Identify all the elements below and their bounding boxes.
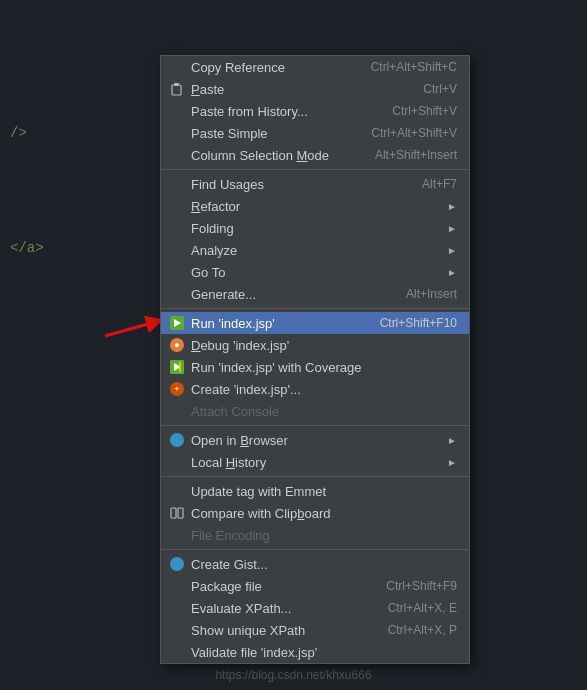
menu-item-show-xpath[interactable]: Show unique XPath Ctrl+Alt+X, P bbox=[161, 619, 469, 641]
run-icon bbox=[169, 315, 185, 331]
svg-rect-2 bbox=[172, 85, 181, 95]
menu-label-paste-simple: Paste Simple bbox=[191, 126, 351, 141]
menu-label-debug: Debug 'index.jsp' bbox=[191, 338, 457, 353]
svg-rect-7 bbox=[171, 508, 176, 518]
refactor-submenu-arrow: ► bbox=[447, 201, 457, 212]
menu-shortcut-show-xpath: Ctrl+Alt+X, P bbox=[388, 623, 457, 637]
menu-item-folding[interactable]: Folding ► bbox=[161, 217, 469, 239]
compare-icon bbox=[169, 505, 185, 521]
code-line-1: /> bbox=[10, 125, 27, 141]
menu-item-find-usages[interactable]: Find Usages Alt+F7 bbox=[161, 173, 469, 195]
debug-icon: ● bbox=[169, 337, 185, 353]
analyze-submenu-arrow: ► bbox=[447, 245, 457, 256]
menu-shortcut-find-usages: Alt+F7 bbox=[422, 177, 457, 191]
menu-label-file-encoding: File Encoding bbox=[191, 528, 457, 543]
svg-rect-6 bbox=[179, 362, 181, 372]
menu-label-column-selection: Column Selection Mode bbox=[191, 148, 355, 163]
menu-label-analyze: Analyze bbox=[191, 243, 443, 258]
menu-label-compare-clipboard: Compare with Clipboard bbox=[191, 506, 457, 521]
svg-rect-3 bbox=[174, 83, 179, 86]
menu-shortcut-column-selection: Alt+Shift+Insert bbox=[375, 148, 457, 162]
menu-item-file-encoding[interactable]: File Encoding bbox=[161, 524, 469, 546]
menu-item-create-gist[interactable]: Create Gist... bbox=[161, 553, 469, 575]
menu-item-attach-console[interactable]: Attach Console bbox=[161, 400, 469, 422]
menu-label-generate: Generate... bbox=[191, 287, 386, 302]
menu-shortcut-paste-simple: Ctrl+Alt+Shift+V bbox=[371, 126, 457, 140]
separator-3 bbox=[161, 425, 469, 426]
menu-label-evaluate-xpath: Evaluate XPath... bbox=[191, 601, 368, 616]
goto-submenu-arrow: ► bbox=[447, 267, 457, 278]
menu-item-refactor[interactable]: Refactor ► bbox=[161, 195, 469, 217]
menu-item-package-file[interactable]: Package file Ctrl+Shift+F9 bbox=[161, 575, 469, 597]
menu-item-paste-simple[interactable]: Paste Simple Ctrl+Alt+Shift+V bbox=[161, 122, 469, 144]
menu-shortcut-paste: Ctrl+V bbox=[423, 82, 457, 96]
menu-shortcut-evaluate-xpath: Ctrl+Alt+X, E bbox=[388, 601, 457, 615]
menu-item-run-coverage[interactable]: Run 'index.jsp' with Coverage bbox=[161, 356, 469, 378]
menu-label-run-coverage: Run 'index.jsp' with Coverage bbox=[191, 360, 457, 375]
menu-label-validate-file: Validate file 'index.jsp' bbox=[191, 645, 457, 660]
menu-shortcut-copy-reference: Ctrl+Alt+Shift+C bbox=[371, 60, 457, 74]
watermark: https://blog.csdn.net/khxu666 bbox=[215, 668, 371, 682]
separator-5 bbox=[161, 549, 469, 550]
menu-label-open-browser: Open in Browser bbox=[191, 433, 443, 448]
svg-line-1 bbox=[105, 322, 155, 336]
menu-item-analyze[interactable]: Analyze ► bbox=[161, 239, 469, 261]
folding-submenu-arrow: ► bbox=[447, 223, 457, 234]
menu-label-update-tag: Update tag with Emmet bbox=[191, 484, 457, 499]
browser-submenu-arrow: ► bbox=[447, 435, 457, 446]
menu-label-attach-console: Attach Console bbox=[191, 404, 457, 419]
menu-label-copy-reference: Copy Reference bbox=[191, 60, 351, 75]
menu-label-show-xpath: Show unique XPath bbox=[191, 623, 368, 638]
gist-icon bbox=[169, 556, 185, 572]
menu-item-debug[interactable]: ● Debug 'index.jsp' bbox=[161, 334, 469, 356]
create-config-icon: + bbox=[169, 381, 185, 397]
separator-4 bbox=[161, 476, 469, 477]
menu-item-update-tag[interactable]: Update tag with Emmet bbox=[161, 480, 469, 502]
context-menu: Copy Reference Ctrl+Alt+Shift+C Paste Ct… bbox=[160, 55, 470, 664]
menu-item-validate-file[interactable]: Validate file 'index.jsp' bbox=[161, 641, 469, 663]
menu-label-local-history: Local History bbox=[191, 455, 443, 470]
menu-shortcut-generate: Alt+Insert bbox=[406, 287, 457, 301]
menu-item-paste-history[interactable]: Paste from History... Ctrl+Shift+V bbox=[161, 100, 469, 122]
menu-label-go-to: Go To bbox=[191, 265, 443, 280]
menu-label-package-file: Package file bbox=[191, 579, 366, 594]
menu-label-create-config: Create 'index.jsp'... bbox=[191, 382, 457, 397]
separator-1 bbox=[161, 169, 469, 170]
menu-item-evaluate-xpath[interactable]: Evaluate XPath... Ctrl+Alt+X, E bbox=[161, 597, 469, 619]
separator-2 bbox=[161, 308, 469, 309]
menu-label-paste-history: Paste from History... bbox=[191, 104, 372, 119]
menu-label-folding: Folding bbox=[191, 221, 443, 236]
history-submenu-arrow: ► bbox=[447, 457, 457, 468]
code-line-2: </a> bbox=[10, 240, 44, 256]
menu-item-run[interactable]: Run 'index.jsp' Ctrl+Shift+F10 bbox=[161, 312, 469, 334]
menu-item-compare-clipboard[interactable]: Compare with Clipboard bbox=[161, 502, 469, 524]
menu-item-create-config[interactable]: + Create 'index.jsp'... bbox=[161, 378, 469, 400]
menu-item-copy-reference[interactable]: Copy Reference Ctrl+Alt+Shift+C bbox=[161, 56, 469, 78]
menu-label-run: Run 'index.jsp' bbox=[191, 316, 360, 331]
menu-shortcut-paste-history: Ctrl+Shift+V bbox=[392, 104, 457, 118]
menu-label-find-usages: Find Usages bbox=[191, 177, 402, 192]
menu-item-go-to[interactable]: Go To ► bbox=[161, 261, 469, 283]
menu-label-refactor: Refactor bbox=[191, 199, 443, 214]
menu-label-create-gist: Create Gist... bbox=[191, 557, 457, 572]
run-coverage-icon bbox=[169, 359, 185, 375]
menu-label-paste: Paste bbox=[191, 82, 403, 97]
menu-shortcut-run: Ctrl+Shift+F10 bbox=[380, 316, 457, 330]
menu-item-generate[interactable]: Generate... Alt+Insert bbox=[161, 283, 469, 305]
menu-item-local-history[interactable]: Local History ► bbox=[161, 451, 469, 473]
menu-item-column-selection[interactable]: Column Selection Mode Alt+Shift+Insert bbox=[161, 144, 469, 166]
browser-icon bbox=[169, 432, 185, 448]
menu-shortcut-package-file: Ctrl+Shift+F9 bbox=[386, 579, 457, 593]
menu-item-open-browser[interactable]: Open in Browser ► bbox=[161, 429, 469, 451]
svg-rect-8 bbox=[178, 508, 183, 518]
paste-icon bbox=[169, 81, 185, 97]
menu-item-paste[interactable]: Paste Ctrl+V bbox=[161, 78, 469, 100]
